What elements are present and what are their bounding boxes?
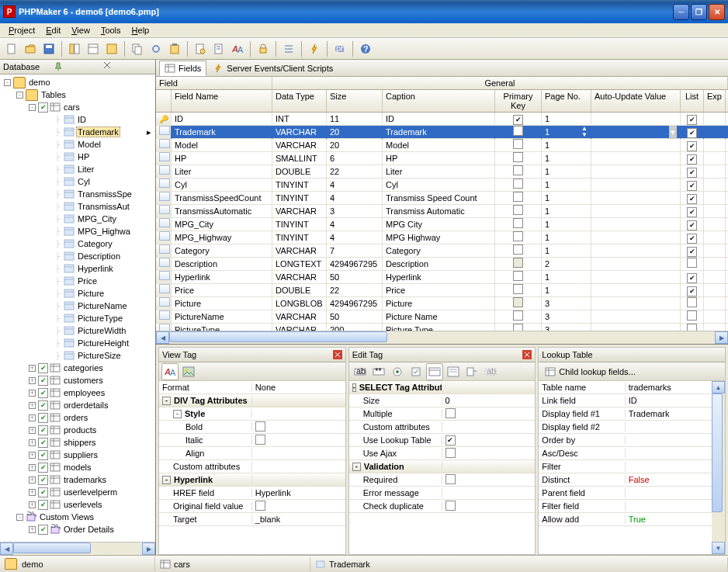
- tree-field[interactable]: MPG_Highwa: [76, 227, 132, 236]
- table-checkbox[interactable]: ✔: [38, 102, 48, 113]
- property-row[interactable]: Order by: [539, 434, 712, 447]
- file-button[interactable]: [463, 363, 480, 380]
- tree-table[interactable]: categories: [62, 363, 105, 373]
- property-row[interactable]: Align: [159, 447, 345, 460]
- tree-toggle[interactable]: -: [4, 79, 11, 86]
- grid-row[interactable]: HyperlinkVARCHAR50Hyperlink1✔: [156, 271, 728, 284]
- property-checkbox[interactable]: [255, 421, 265, 432]
- col-list[interactable]: List: [681, 90, 704, 112]
- tree-toggle[interactable]: +: [29, 526, 36, 533]
- tree-table[interactable]: trademarks: [62, 475, 108, 484]
- tree-field[interactable]: PictureWidth: [76, 326, 127, 335]
- tree-hscroll[interactable]: ◀ ▶: [0, 542, 155, 555]
- doc2-button[interactable]: [210, 40, 227, 57]
- property-row[interactable]: Error message: [349, 487, 536, 500]
- tree-field[interactable]: TransmissSpe: [76, 189, 133, 199]
- tree-field[interactable]: HP: [76, 152, 91, 161]
- menu-tools[interactable]: Tools: [95, 24, 127, 36]
- tree-view[interactable]: Order Details: [62, 525, 116, 534]
- textarea-button[interactable]: [445, 363, 462, 380]
- font-button[interactable]: AA: [229, 40, 246, 57]
- tree-field[interactable]: PictureHeight: [76, 338, 130, 348]
- grid-row[interactable]: DescriptionLONGTEXT4294967295Description…: [156, 258, 728, 271]
- child-lookup-button[interactable]: Child lookup fields...: [541, 363, 639, 380]
- text-input-button[interactable]: abl: [352, 363, 369, 380]
- panel-close-icon[interactable]: [333, 350, 342, 359]
- table-checkbox[interactable]: ✔: [38, 376, 48, 386]
- tree-field[interactable]: Trademark: [76, 127, 120, 137]
- col-size[interactable]: Size: [327, 90, 383, 112]
- table-checkbox[interactable]: ✔: [38, 388, 48, 398]
- col-primary-key[interactable]: Primary Key: [495, 90, 542, 112]
- property-row[interactable]: Check duplicate: [349, 500, 536, 513]
- help-button[interactable]: ?: [357, 40, 374, 57]
- paste-button[interactable]: [166, 40, 183, 57]
- grid-row[interactable]: ▸TrademarkVARCHAR20Trademark1 ▲▼▾✔: [156, 126, 728, 139]
- scroll-right-icon[interactable]: ▶: [715, 331, 728, 344]
- hidden-button[interactable]: ab: [482, 363, 499, 380]
- col-auto-update[interactable]: Auto-Update Value: [591, 90, 681, 112]
- tree-field[interactable]: Picture: [76, 289, 106, 298]
- pin-icon[interactable]: [54, 61, 102, 72]
- grid-row[interactable]: CategoryVARCHAR7Category1✔: [156, 244, 728, 258]
- property-row[interactable]: Custom attributes: [159, 460, 345, 473]
- property-row[interactable]: -DIV Tag Attributes: [159, 394, 345, 407]
- property-row[interactable]: Allow addTrue: [539, 513, 712, 526]
- tree-field[interactable]: PictureSize: [76, 351, 123, 360]
- radio-button[interactable]: [389, 363, 406, 380]
- tree-field[interactable]: Cyl: [76, 177, 92, 186]
- save-button[interactable]: [40, 40, 57, 57]
- table-checkbox[interactable]: ✔: [38, 363, 48, 373]
- property-row[interactable]: HREF fieldHyperlink: [159, 487, 345, 500]
- database-tree[interactable]: -demo-Tables-✔cars├ID├Trademark├Model├HP…: [0, 75, 155, 542]
- property-row[interactable]: Original field value: [159, 500, 345, 513]
- table-checkbox[interactable]: ✔: [38, 438, 48, 448]
- tree-toggle[interactable]: +: [29, 427, 36, 434]
- property-row[interactable]: Link fieldID: [539, 394, 712, 407]
- grid-row[interactable]: MPG_HighwayTINYINT4MPG Highway1✔: [156, 231, 728, 244]
- tree-toggle[interactable]: +: [29, 452, 36, 459]
- property-row[interactable]: Use Ajax: [349, 447, 536, 460]
- tab-fields[interactable]: Fields: [159, 61, 206, 76]
- col-caption[interactable]: Caption: [383, 90, 495, 112]
- tree-field[interactable]: Category: [76, 239, 114, 248]
- property-row[interactable]: -Validation: [349, 460, 536, 473]
- grid-hscroll[interactable]: ◀ ▶: [156, 331, 728, 344]
- property-row[interactable]: -SELECT Tag Attributes: [349, 381, 536, 394]
- tree-field[interactable]: Description: [76, 251, 122, 261]
- scroll-right-icon[interactable]: ▶: [142, 543, 155, 555]
- grid-row[interactable]: PictureTypeVARCHAR200Picture Type3: [156, 324, 728, 331]
- table-checkbox[interactable]: ✔: [38, 463, 48, 473]
- menu-view[interactable]: View: [66, 24, 95, 36]
- tree-table-cars[interactable]: cars: [62, 102, 81, 112]
- sync-button[interactable]: [147, 40, 165, 57]
- property-row[interactable]: Multiple: [349, 407, 536, 421]
- property-row[interactable]: Use Lookup Table✔: [349, 434, 536, 447]
- tree-table[interactable]: products: [62, 425, 98, 435]
- tree-field[interactable]: Hyperlink: [76, 264, 115, 273]
- property-row[interactable]: Required: [349, 473, 536, 487]
- property-row[interactable]: Display field #2: [539, 421, 712, 434]
- property-checkbox[interactable]: [445, 448, 456, 458]
- property-checkbox[interactable]: [255, 501, 265, 511]
- maximize-button[interactable]: ❐: [691, 4, 707, 20]
- property-checkbox[interactable]: [445, 501, 456, 511]
- tree-toggle[interactable]: +: [29, 501, 36, 508]
- tree-field[interactable]: Liter: [76, 165, 95, 174]
- tree-field[interactable]: PictureName: [76, 301, 129, 310]
- select-button[interactable]: [426, 363, 443, 380]
- format-text-button[interactable]: AA: [161, 363, 179, 380]
- table-checkbox[interactable]: ✔: [38, 487, 48, 497]
- tree-field[interactable]: PictureType: [76, 314, 124, 323]
- tree-table[interactable]: customers: [62, 376, 105, 385]
- property-checkbox[interactable]: [445, 408, 456, 418]
- property-row[interactable]: FormatNone: [159, 381, 345, 394]
- grid-row[interactable]: PictureLONGBLOB4294967295Picture3: [156, 297, 728, 310]
- view-checkbox[interactable]: ✔: [38, 525, 48, 535]
- tree-toggle[interactable]: +: [29, 390, 36, 397]
- property-row[interactable]: Display field #1Trademark: [539, 407, 712, 421]
- property-row[interactable]: Size0: [349, 394, 536, 407]
- tree-toggle[interactable]: +: [29, 489, 36, 496]
- tree-table[interactable]: shippers: [62, 438, 98, 447]
- property-row[interactable]: Target_blank: [159, 513, 345, 526]
